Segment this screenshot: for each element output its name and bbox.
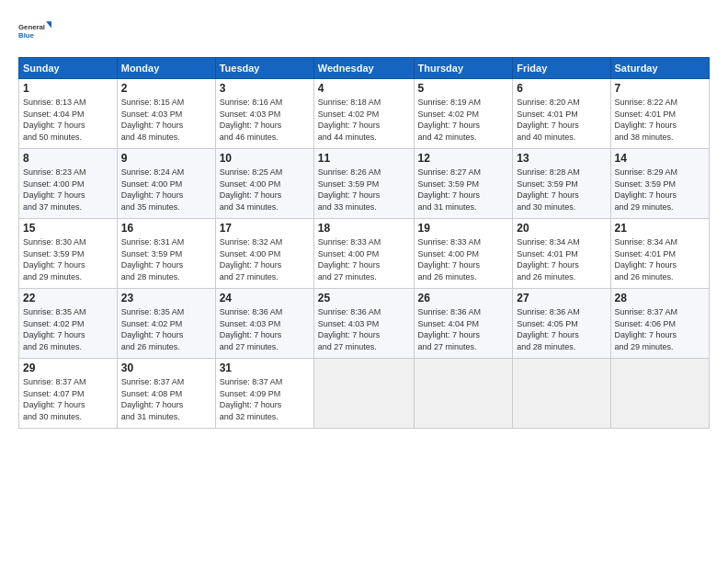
- calendar-cell: 3Sunrise: 8:16 AM Sunset: 4:03 PM Daylig…: [215, 79, 313, 149]
- day-number: 14: [615, 152, 705, 165]
- calendar-cell: 13Sunrise: 8:28 AM Sunset: 3:59 PM Dayli…: [513, 149, 610, 219]
- day-number: 10: [220, 152, 310, 165]
- day-info: Sunrise: 8:36 AM Sunset: 4:04 PM Dayligh…: [418, 306, 509, 352]
- calendar-cell: 6Sunrise: 8:20 AM Sunset: 4:01 PM Daylig…: [513, 79, 610, 149]
- day-info: Sunrise: 8:36 AM Sunset: 4:05 PM Dayligh…: [517, 306, 606, 352]
- day-header-saturday: Saturday: [610, 58, 709, 79]
- day-info: Sunrise: 8:22 AM Sunset: 4:01 PM Dayligh…: [615, 97, 705, 143]
- day-info: Sunrise: 8:18 AM Sunset: 4:02 PM Dayligh…: [318, 97, 410, 143]
- calendar-cell: 8Sunrise: 8:23 AM Sunset: 4:00 PM Daylig…: [19, 149, 118, 219]
- calendar-cell: [414, 359, 513, 429]
- svg-marker-2: [46, 21, 51, 28]
- day-header-friday: Friday: [513, 58, 610, 79]
- calendar-cell: 10Sunrise: 8:25 AM Sunset: 4:00 PM Dayli…: [215, 149, 313, 219]
- day-header-sunday: Sunday: [19, 58, 118, 79]
- day-number: 17: [220, 222, 310, 235]
- calendar-cell: 31Sunrise: 8:37 AM Sunset: 4:09 PM Dayli…: [215, 359, 313, 429]
- day-info: Sunrise: 8:33 AM Sunset: 4:00 PM Dayligh…: [318, 236, 410, 282]
- calendar-cell: 29Sunrise: 8:37 AM Sunset: 4:07 PM Dayli…: [19, 359, 118, 429]
- calendar: SundayMondayTuesdayWednesdayThursdayFrid…: [18, 57, 710, 429]
- day-number: 1: [23, 82, 113, 95]
- logo: General Blue: [18, 15, 51, 48]
- calendar-cell: 21Sunrise: 8:34 AM Sunset: 4:01 PM Dayli…: [610, 219, 709, 289]
- day-info: Sunrise: 8:26 AM Sunset: 3:59 PM Dayligh…: [318, 167, 410, 213]
- day-info: Sunrise: 8:32 AM Sunset: 4:00 PM Dayligh…: [220, 236, 310, 282]
- day-info: Sunrise: 8:33 AM Sunset: 4:00 PM Dayligh…: [418, 236, 509, 282]
- calendar-cell: 18Sunrise: 8:33 AM Sunset: 4:00 PM Dayli…: [313, 219, 414, 289]
- calendar-cell: 14Sunrise: 8:29 AM Sunset: 3:59 PM Dayli…: [610, 149, 709, 219]
- calendar-cell: 17Sunrise: 8:32 AM Sunset: 4:00 PM Dayli…: [215, 219, 313, 289]
- day-number: 11: [318, 152, 410, 165]
- day-number: 23: [121, 292, 211, 304]
- calendar-cell: 7Sunrise: 8:22 AM Sunset: 4:01 PM Daylig…: [610, 79, 709, 149]
- day-number: 16: [121, 222, 211, 235]
- day-number: 15: [23, 222, 113, 235]
- day-number: 5: [418, 82, 509, 95]
- day-info: Sunrise: 8:24 AM Sunset: 4:00 PM Dayligh…: [121, 167, 211, 213]
- day-number: 6: [517, 82, 606, 95]
- day-number: 26: [418, 292, 509, 304]
- day-number: 25: [318, 292, 410, 304]
- calendar-cell: [313, 359, 414, 429]
- day-number: 3: [220, 82, 310, 95]
- calendar-cell: 11Sunrise: 8:26 AM Sunset: 3:59 PM Dayli…: [313, 149, 414, 219]
- calendar-cell: 27Sunrise: 8:36 AM Sunset: 4:05 PM Dayli…: [513, 289, 610, 359]
- day-info: Sunrise: 8:15 AM Sunset: 4:03 PM Dayligh…: [121, 97, 211, 143]
- day-info: Sunrise: 8:27 AM Sunset: 3:59 PM Dayligh…: [418, 167, 509, 213]
- calendar-cell: 1Sunrise: 8:13 AM Sunset: 4:04 PM Daylig…: [19, 79, 118, 149]
- day-info: Sunrise: 8:36 AM Sunset: 4:03 PM Dayligh…: [318, 306, 410, 352]
- svg-text:General: General: [18, 23, 45, 31]
- day-number: 9: [121, 152, 211, 165]
- day-info: Sunrise: 8:29 AM Sunset: 3:59 PM Dayligh…: [615, 167, 705, 213]
- svg-text:Blue: Blue: [18, 31, 35, 40]
- day-number: 27: [517, 292, 606, 304]
- day-header-tuesday: Tuesday: [215, 58, 313, 79]
- day-info: Sunrise: 8:19 AM Sunset: 4:02 PM Dayligh…: [418, 97, 509, 143]
- day-number: 13: [517, 152, 606, 165]
- calendar-cell: 28Sunrise: 8:37 AM Sunset: 4:06 PM Dayli…: [610, 289, 709, 359]
- calendar-cell: [610, 359, 709, 429]
- day-number: 18: [318, 222, 410, 235]
- calendar-cell: 20Sunrise: 8:34 AM Sunset: 4:01 PM Dayli…: [513, 219, 610, 289]
- day-number: 4: [318, 82, 410, 95]
- day-number: 8: [23, 152, 113, 165]
- day-number: 24: [220, 292, 310, 304]
- day-number: 19: [418, 222, 509, 235]
- day-info: Sunrise: 8:37 AM Sunset: 4:08 PM Dayligh…: [121, 376, 211, 422]
- calendar-cell: 16Sunrise: 8:31 AM Sunset: 3:59 PM Dayli…: [117, 219, 215, 289]
- day-header-monday: Monday: [117, 58, 215, 79]
- day-info: Sunrise: 8:34 AM Sunset: 4:01 PM Dayligh…: [517, 236, 606, 282]
- day-number: 7: [615, 82, 705, 95]
- calendar-cell: 26Sunrise: 8:36 AM Sunset: 4:04 PM Dayli…: [414, 289, 513, 359]
- day-number: 20: [517, 222, 606, 235]
- day-number: 21: [615, 222, 705, 235]
- calendar-cell: 12Sunrise: 8:27 AM Sunset: 3:59 PM Dayli…: [414, 149, 513, 219]
- calendar-cell: 22Sunrise: 8:35 AM Sunset: 4:02 PM Dayli…: [19, 289, 118, 359]
- day-number: 2: [121, 82, 211, 95]
- day-info: Sunrise: 8:20 AM Sunset: 4:01 PM Dayligh…: [517, 97, 606, 143]
- calendar-cell: [513, 359, 610, 429]
- day-info: Sunrise: 8:34 AM Sunset: 4:01 PM Dayligh…: [615, 236, 705, 282]
- calendar-cell: 30Sunrise: 8:37 AM Sunset: 4:08 PM Dayli…: [117, 359, 215, 429]
- day-info: Sunrise: 8:37 AM Sunset: 4:06 PM Dayligh…: [615, 306, 705, 352]
- day-info: Sunrise: 8:36 AM Sunset: 4:03 PM Dayligh…: [220, 306, 310, 352]
- calendar-cell: 4Sunrise: 8:18 AM Sunset: 4:02 PM Daylig…: [313, 79, 414, 149]
- day-info: Sunrise: 8:23 AM Sunset: 4:00 PM Dayligh…: [23, 167, 113, 213]
- day-number: 12: [418, 152, 509, 165]
- day-info: Sunrise: 8:37 AM Sunset: 4:09 PM Dayligh…: [220, 376, 310, 422]
- day-info: Sunrise: 8:16 AM Sunset: 4:03 PM Dayligh…: [220, 97, 310, 143]
- day-number: 29: [23, 362, 113, 374]
- day-number: 30: [121, 362, 211, 374]
- day-info: Sunrise: 8:13 AM Sunset: 4:04 PM Dayligh…: [23, 97, 113, 143]
- day-header-thursday: Thursday: [414, 58, 513, 79]
- calendar-cell: 9Sunrise: 8:24 AM Sunset: 4:00 PM Daylig…: [117, 149, 215, 219]
- day-info: Sunrise: 8:35 AM Sunset: 4:02 PM Dayligh…: [23, 306, 113, 352]
- day-info: Sunrise: 8:37 AM Sunset: 4:07 PM Dayligh…: [23, 376, 113, 422]
- day-info: Sunrise: 8:35 AM Sunset: 4:02 PM Dayligh…: [121, 306, 211, 352]
- calendar-cell: 25Sunrise: 8:36 AM Sunset: 4:03 PM Dayli…: [313, 289, 414, 359]
- day-number: 31: [220, 362, 310, 374]
- calendar-cell: 23Sunrise: 8:35 AM Sunset: 4:02 PM Dayli…: [117, 289, 215, 359]
- day-info: Sunrise: 8:28 AM Sunset: 3:59 PM Dayligh…: [517, 167, 606, 213]
- calendar-cell: 15Sunrise: 8:30 AM Sunset: 3:59 PM Dayli…: [19, 219, 118, 289]
- day-info: Sunrise: 8:30 AM Sunset: 3:59 PM Dayligh…: [23, 236, 113, 282]
